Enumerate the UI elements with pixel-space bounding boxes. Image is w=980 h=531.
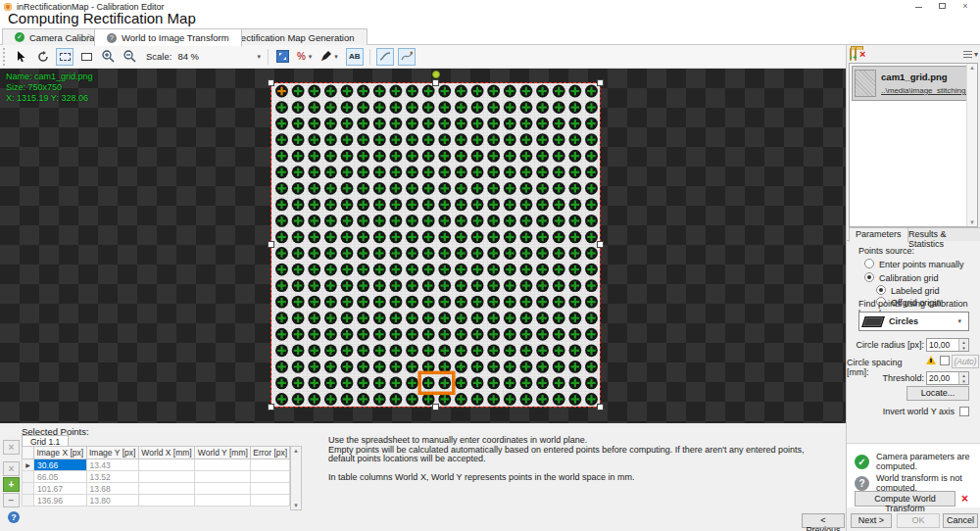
region-select-tool-button[interactable] — [56, 48, 74, 66]
rectangle-tool-button[interactable] — [77, 48, 95, 66]
column-header[interactable]: Image X [px] — [34, 447, 87, 459]
table-cell[interactable] — [138, 459, 195, 471]
table-cell[interactable]: 30.66 — [34, 459, 87, 471]
table-cell[interactable] — [138, 483, 195, 495]
radio-labeled-grid[interactable] — [876, 285, 886, 295]
cancel-button[interactable]: Cancel — [943, 513, 978, 528]
tab-parameters[interactable]: Parameters — [849, 227, 908, 242]
labels-toggle-button[interactable]: AB — [346, 48, 364, 66]
table-cell[interactable]: 13.68 — [86, 483, 138, 495]
invert-world-y-checkbox[interactable] — [959, 407, 969, 416]
table-cell[interactable] — [251, 483, 290, 495]
table-scrollbar[interactable]: ▲ ▼ — [290, 446, 302, 510]
compute-world-transform-button[interactable]: Compute World Transform — [855, 491, 956, 507]
maximize-button[interactable] — [931, 0, 953, 13]
table-cell[interactable] — [138, 471, 195, 483]
next-button[interactable]: Next > — [851, 513, 892, 528]
delete-point-button[interactable]: × — [3, 440, 20, 455]
grid-tab[interactable]: Grid 1.1 — [22, 435, 69, 446]
tab-world-to-image-transform[interactable]: ? World to Image Transform — [94, 28, 242, 46]
column-header[interactable]: Error [px] — [251, 447, 290, 459]
help-button[interactable]: ? — [8, 511, 20, 523]
toolbar-grip[interactable] — [3, 48, 7, 66]
table-cell[interactable] — [251, 459, 290, 471]
table-cell[interactable] — [138, 495, 195, 507]
table-cell[interactable]: 13.52 — [86, 471, 138, 483]
table-cell[interactable] — [195, 495, 251, 507]
zoom-in-button[interactable] — [99, 48, 117, 66]
table-row[interactable]: 101.6713.68 — [23, 483, 290, 495]
table-cell[interactable]: 66.05 — [34, 471, 87, 483]
radio-calibration-grid[interactable] — [864, 272, 874, 282]
table-cell[interactable]: 13.43 — [86, 459, 138, 471]
table-cell[interactable]: 136.96 — [34, 495, 87, 507]
radio-label[interactable]: Enter points manually — [879, 260, 964, 269]
fit-to-window-button[interactable] — [274, 48, 292, 66]
remove-image-button[interactable]: × — [859, 49, 865, 60]
table-cell[interactable] — [195, 471, 251, 483]
table-cell[interactable] — [251, 471, 290, 483]
selection-handle-bottom-center[interactable] — [432, 404, 439, 410]
spline-tool-button[interactable] — [398, 48, 416, 66]
row-selector[interactable] — [23, 471, 34, 483]
add-image-button[interactable]: + — [855, 49, 857, 60]
row-selector[interactable]: ▶ — [23, 459, 34, 471]
cursor-tool-button[interactable] — [13, 48, 30, 66]
table-cell[interactable]: 13.80 — [86, 495, 138, 507]
open-image-button[interactable]: › — [850, 49, 852, 60]
radio-label[interactable]: Labeled grid — [891, 286, 940, 296]
selection-handle-middle-left[interactable] — [268, 241, 274, 248]
tab-results-statistics[interactable]: Results & Statistics — [902, 227, 980, 241]
pen-tool-button[interactable]: ▾ — [319, 48, 342, 66]
selection-handle-top-right[interactable] — [597, 79, 604, 86]
minimize-button[interactable] — [907, 0, 929, 13]
selection-handle-bottom-left[interactable] — [268, 404, 274, 410]
table-row[interactable]: 66.0513.52 — [23, 471, 290, 483]
threshold-spinner[interactable]: 20,00 ▴▾ — [926, 371, 969, 385]
zoom-out-button[interactable] — [121, 48, 138, 66]
pan-tool-button[interactable] — [34, 48, 52, 66]
column-header[interactable]: World Y [mm] — [195, 447, 251, 459]
table-cell[interactable] — [251, 495, 290, 507]
delete-all-points-button[interactable]: × — [3, 461, 20, 476]
rotation-handle[interactable] — [432, 71, 440, 78]
table-cell[interactable] — [195, 459, 251, 471]
coordinates-display-button[interactable]: % ▾ — [296, 48, 316, 66]
selection-handle-bottom-right[interactable] — [597, 404, 604, 410]
list-scrollbar[interactable]: ▲ ▼ — [966, 64, 977, 226]
selection-handle-top-left[interactable] — [268, 79, 274, 86]
scroll-up-icon[interactable]: ▲ — [291, 448, 301, 454]
previous-button[interactable]: < Previous — [802, 513, 845, 528]
table-cell[interactable] — [195, 483, 251, 495]
circle-spacing-checkbox[interactable] — [940, 356, 950, 365]
radio-label[interactable]: Calibration grid — [879, 273, 939, 283]
add-point-button[interactable]: + — [3, 477, 20, 492]
row-selector[interactable] — [23, 495, 34, 507]
image-path-link[interactable]: ..\media\image_stitching... — [881, 86, 972, 95]
row-selector[interactable] — [23, 483, 34, 495]
table-cell[interactable]: 101.67 — [34, 483, 87, 495]
spinner-arrows-icon[interactable]: ▴▾ — [958, 372, 968, 384]
curve-tool-button[interactable] — [376, 48, 394, 66]
selection-handle-top-center[interactable] — [432, 79, 439, 86]
radio-enter-points-manually[interactable] — [864, 259, 874, 268]
column-header[interactable]: World X [mm] — [138, 447, 195, 459]
image-canvas[interactable]: Name: cam1_grid.png Size: 750x750 X: 131… — [0, 69, 846, 423]
column-header[interactable]: Image Y [px] — [86, 447, 138, 459]
circle-radius-spinner[interactable]: 10,00 ▴▾ — [926, 338, 969, 352]
board-type-combobox[interactable]: Circles ▾ — [858, 312, 969, 331]
remove-point-button[interactable]: − — [3, 493, 20, 507]
list-item-cam1-grid[interactable]: cam1_grid.png ..\media\image_stitching..… — [852, 66, 975, 101]
ok-button[interactable]: OK — [897, 513, 940, 528]
locate-button[interactable]: Locate... — [906, 386, 969, 401]
view-mode-button[interactable]: ▾ — [963, 50, 978, 59]
spinner-arrows-icon[interactable]: ▴▾ — [958, 339, 968, 351]
selection-handle-middle-right[interactable] — [597, 241, 604, 248]
scroll-up-icon[interactable]: ▲ — [967, 65, 977, 71]
table-row[interactable]: 136.9613.80 — [23, 495, 290, 507]
close-button[interactable]: × — [955, 0, 976, 13]
scroll-down-icon[interactable]: ▼ — [967, 219, 977, 225]
scale-combobox[interactable]: 84 % ▾ — [175, 48, 264, 65]
scroll-down-icon[interactable]: ▼ — [291, 503, 301, 508]
table-row[interactable]: ▶30.6613.43 — [23, 459, 290, 471]
